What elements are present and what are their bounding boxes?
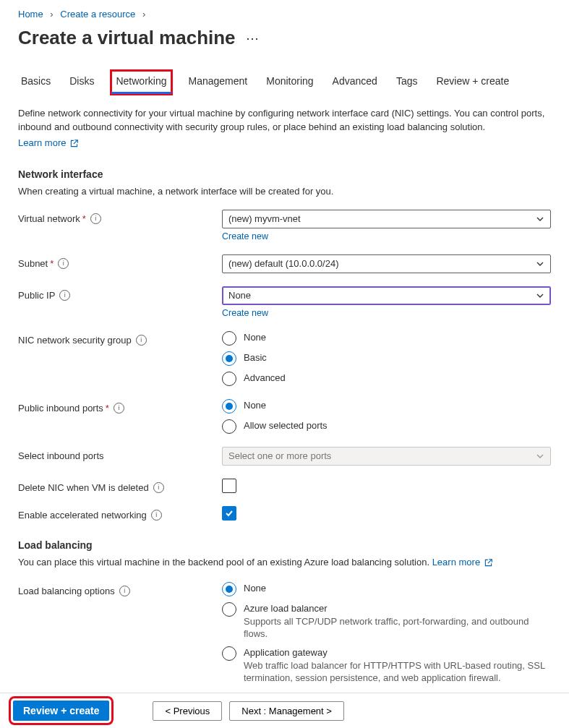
external-link-icon <box>484 558 492 569</box>
inbound-radio-none[interactable]: None <box>222 399 551 414</box>
nsg-radio-basic[interactable]: Basic <box>222 351 551 366</box>
section-load-balancing: Load balancing <box>18 539 551 551</box>
info-icon[interactable]: i <box>114 403 124 414</box>
info-icon[interactable]: i <box>119 586 130 596</box>
label-select-inbound-ports: Select inbound ports <box>18 450 104 461</box>
label-lb-options: Load balancing options <box>18 586 115 596</box>
tab-basics[interactable]: Basics <box>20 71 52 94</box>
chevron-down-icon <box>536 260 544 268</box>
previous-button[interactable]: < Previous <box>153 701 222 721</box>
label-virtual-network: Virtual network <box>18 213 80 224</box>
subnet-select[interactable]: (new) default (10.0.0.0/24) <box>222 254 551 273</box>
lb-radio-none[interactable]: None <box>222 582 551 596</box>
section-network-interface: Network interface <box>18 168 551 180</box>
chevron-right-icon: › <box>142 9 145 20</box>
label-subnet: Subnet <box>18 258 48 269</box>
inbound-radio-allow[interactable]: Allow selected ports <box>222 419 551 434</box>
tab-networking[interactable]: Networking <box>111 71 171 94</box>
breadcrumb-home[interactable]: Home <box>18 9 43 20</box>
nsg-radio-none[interactable]: None <box>222 331 551 346</box>
next-button[interactable]: Next : Management > <box>229 701 344 721</box>
required-icon: * <box>82 213 86 224</box>
chevron-down-icon <box>536 215 544 223</box>
chevron-down-icon <box>536 291 544 300</box>
info-icon[interactable]: i <box>59 290 70 301</box>
info-icon[interactable]: i <box>136 335 147 346</box>
lb-radio-azure-lb[interactable]: Azure load balancer Supports all TCP/UDP… <box>222 602 551 641</box>
delete-nic-checkbox[interactable] <box>222 479 236 493</box>
review-create-button[interactable]: Review + create <box>13 701 109 721</box>
info-icon[interactable]: i <box>58 258 69 269</box>
required-icon: * <box>50 258 54 269</box>
network-interface-desc: When creating a virtual machine, a netwo… <box>18 186 551 197</box>
label-accel-networking: Enable accelerated networking <box>18 510 147 521</box>
virtual-network-value: (new) myvm-vnet <box>228 213 301 224</box>
public-ip-select[interactable]: None <box>222 286 551 305</box>
label-public-ip: Public IP <box>18 290 55 301</box>
public-ip-value: None <box>228 290 251 301</box>
chevron-right-icon: › <box>50 9 53 20</box>
info-icon[interactable]: i <box>90 213 101 224</box>
accelerated-networking-checkbox[interactable] <box>222 506 236 521</box>
tab-tags[interactable]: Tags <box>395 71 419 94</box>
tab-advanced[interactable]: Advanced <box>331 71 379 94</box>
intro-learn-more-link[interactable]: Learn more <box>18 137 78 148</box>
load-balancing-desc: You can place this virtual machine in th… <box>18 557 551 569</box>
footer: Review + create < Previous Next : Manage… <box>0 693 569 728</box>
intro-text: Define network connectivity for your vir… <box>18 107 551 134</box>
tab-disks[interactable]: Disks <box>68 71 95 94</box>
label-public-inbound-ports: Public inbound ports <box>18 403 103 414</box>
virtual-network-select[interactable]: (new) myvm-vnet <box>222 210 551 228</box>
vnet-create-new-link[interactable]: Create new <box>222 231 268 241</box>
info-icon[interactable]: i <box>151 510 162 521</box>
external-link-icon <box>70 139 78 150</box>
select-inbound-ports-select: Select one or more ports <box>222 447 551 466</box>
more-icon[interactable]: ⋯ <box>246 30 260 46</box>
label-nsg: NIC network security group <box>18 335 132 346</box>
tabs: Basics Disks Networking Management Monit… <box>20 71 551 94</box>
required-icon: * <box>106 403 109 414</box>
lb-radio-app-gateway[interactable]: Application gateway Web traffic load bal… <box>222 646 551 685</box>
breadcrumb: Home › Create a resource › <box>18 0 551 24</box>
public-ip-create-new-link[interactable]: Create new <box>222 308 268 318</box>
subnet-value: (new) default (10.0.0.0/24) <box>228 258 338 269</box>
info-icon[interactable]: i <box>153 482 164 493</box>
tab-review[interactable]: Review + create <box>435 71 510 94</box>
page-title: Create a virtual machine <box>18 27 236 49</box>
label-delete-nic: Delete NIC when VM is deleted <box>18 482 149 493</box>
breadcrumb-create-resource[interactable]: Create a resource <box>60 9 135 20</box>
chevron-down-icon <box>536 452 544 461</box>
tab-management[interactable]: Management <box>187 71 249 94</box>
lb-learn-more-link[interactable]: Learn more <box>432 557 492 568</box>
select-inbound-placeholder: Select one or more ports <box>228 450 331 461</box>
tab-monitoring[interactable]: Monitoring <box>265 71 315 94</box>
nsg-radio-advanced[interactable]: Advanced <box>222 372 551 386</box>
